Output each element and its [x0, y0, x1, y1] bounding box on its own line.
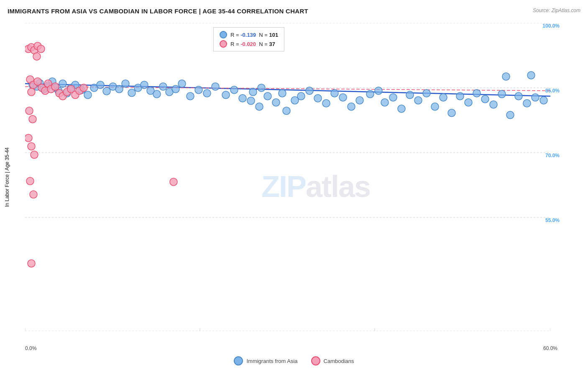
legend-swatch-pink [220, 40, 227, 48]
svg-point-108 [30, 191, 37, 198]
x-axis-label-left: 0.0% [25, 345, 36, 351]
svg-point-69 [406, 91, 414, 99]
svg-point-84 [532, 94, 539, 101]
chart-legend: R = -0.139 N = 101 R = -0.020 N = 37 [213, 27, 284, 51]
scatter-plot [25, 23, 550, 331]
y-tick-55: 55.0% [545, 217, 560, 223]
svg-point-102 [26, 107, 33, 115]
svg-point-116 [80, 84, 87, 92]
svg-point-61 [339, 94, 347, 101]
chart-container: IMMIGRANTS FROM ASIA VS CAMBODIAN IN LAB… [0, 0, 588, 373]
svg-point-36 [159, 83, 167, 90]
svg-point-49 [247, 97, 255, 105]
svg-point-29 [115, 85, 123, 93]
svg-point-40 [187, 92, 194, 100]
svg-point-76 [465, 99, 472, 106]
svg-point-73 [440, 94, 447, 101]
svg-point-87 [527, 72, 535, 79]
svg-point-68 [398, 105, 405, 112]
svg-point-75 [456, 92, 464, 100]
svg-point-57 [306, 87, 313, 95]
svg-point-80 [498, 90, 506, 98]
bottom-legend-label-blue: Immigrants from Asia [246, 358, 297, 364]
y-tick-100: 100.0% [542, 23, 560, 29]
source-label: Source: ZipAtlas.com [533, 8, 580, 13]
svg-point-92 [37, 45, 45, 53]
r-value-blue: -0.139 [240, 32, 256, 38]
bottom-swatch-blue [234, 356, 243, 365]
bottom-swatch-pink [311, 356, 320, 365]
svg-point-67 [389, 94, 397, 101]
svg-point-74 [448, 109, 455, 117]
svg-point-50 [256, 103, 263, 110]
n-value-pink: 37 [269, 41, 275, 47]
svg-point-53 [279, 89, 286, 97]
svg-point-65 [375, 87, 382, 95]
svg-point-104 [25, 134, 32, 142]
svg-point-63 [356, 97, 363, 104]
svg-point-35 [153, 90, 161, 98]
svg-point-54 [283, 107, 290, 115]
svg-point-59 [322, 100, 330, 107]
svg-point-60 [331, 89, 338, 97]
svg-point-26 [97, 81, 104, 89]
svg-point-79 [490, 101, 497, 108]
r-value-pink: -0.020 [240, 41, 256, 47]
svg-point-38 [172, 85, 179, 93]
svg-point-30 [122, 80, 129, 87]
svg-point-47 [249, 88, 257, 96]
svg-point-39 [178, 80, 186, 87]
svg-point-106 [31, 151, 38, 158]
legend-row-blue: R = -0.139 N = 101 [220, 31, 278, 38]
svg-point-33 [141, 81, 148, 89]
svg-point-100 [51, 83, 59, 90]
bottom-legend-item-blue: Immigrants from Asia [234, 356, 297, 365]
svg-point-31 [128, 89, 135, 97]
bottom-legend-item-pink: Cambodians [311, 356, 354, 365]
svg-point-24 [84, 91, 92, 99]
n-value-blue: 101 [269, 32, 279, 38]
svg-point-118 [28, 88, 35, 96]
svg-point-82 [515, 92, 522, 100]
svg-point-85 [540, 97, 547, 104]
svg-point-46 [239, 95, 246, 102]
svg-point-109 [28, 260, 35, 267]
svg-point-83 [523, 100, 531, 107]
legend-text-blue: R = -0.139 N = 101 [230, 32, 278, 38]
svg-point-51 [264, 92, 271, 100]
svg-point-103 [29, 115, 36, 123]
svg-point-58 [314, 95, 322, 102]
svg-point-71 [423, 89, 430, 97]
legend-row-pink: R = -0.020 N = 37 [220, 40, 278, 48]
y-tick-85: 85.0% [545, 88, 560, 94]
svg-point-86 [502, 73, 510, 80]
svg-point-52 [272, 99, 280, 106]
svg-point-62 [348, 103, 355, 110]
svg-point-43 [212, 83, 219, 90]
svg-point-19 [59, 80, 66, 87]
svg-point-64 [366, 90, 374, 98]
chart-area [25, 23, 550, 331]
svg-point-72 [431, 103, 439, 110]
bottom-legend-label-pink: Cambodians [324, 358, 354, 364]
x-axis-label-right: 60.0% [543, 345, 557, 351]
svg-point-56 [297, 92, 305, 100]
svg-point-81 [506, 111, 514, 119]
svg-point-107 [26, 177, 34, 185]
y-tick-70: 70.0% [545, 153, 560, 158]
bottom-legend: Immigrants from Asia Cambodians [0, 356, 588, 365]
svg-point-42 [203, 89, 211, 97]
svg-point-110 [170, 178, 177, 186]
svg-point-45 [230, 86, 238, 94]
svg-point-105 [28, 143, 35, 150]
svg-point-66 [381, 99, 389, 106]
svg-point-27 [103, 87, 110, 95]
svg-point-48 [258, 84, 265, 92]
svg-point-77 [473, 89, 481, 97]
svg-point-78 [481, 95, 489, 103]
svg-point-41 [195, 86, 202, 94]
svg-point-44 [222, 91, 230, 99]
svg-point-70 [414, 97, 422, 104]
legend-swatch-blue [220, 31, 227, 38]
legend-text-pink: R = -0.020 N = 37 [230, 41, 275, 47]
